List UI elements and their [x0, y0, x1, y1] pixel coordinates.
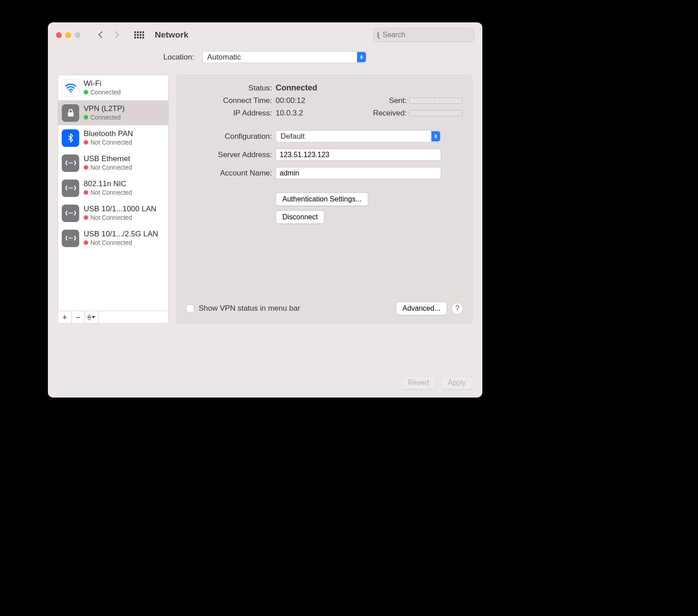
status-dot-icon	[84, 190, 88, 195]
received-meter	[409, 110, 462, 116]
revert-button[interactable]: Revert	[401, 376, 436, 389]
stepper-icon	[357, 52, 366, 62]
sidebar-item[interactable]: USB EthernetNot Connected	[58, 150, 168, 175]
interface-name: VPN (L2TP)	[84, 104, 125, 113]
show-all-button[interactable]	[132, 30, 146, 40]
ethernet-icon	[62, 180, 79, 197]
forward-button[interactable]	[111, 30, 121, 40]
svg-point-11	[68, 238, 70, 239]
interface-name: USB 10/1.../2.5G LAN	[84, 230, 158, 239]
sidebar-toolbar: + −	[58, 311, 168, 323]
ip-address-value: 10.0.3.2	[276, 109, 369, 118]
wifi-icon	[62, 79, 79, 97]
account-name-input[interactable]	[276, 167, 441, 179]
grid-icon	[134, 31, 144, 38]
chevron-down-icon	[92, 316, 95, 318]
location-value: Automatic	[207, 53, 241, 62]
configuration-label: Configuration:	[186, 132, 276, 141]
status-dot-icon	[84, 140, 88, 145]
network-preferences-window: Network Location: Automatic Wi-FiConnect…	[48, 22, 482, 398]
location-label: Location:	[163, 53, 198, 62]
interface-name: Bluetooth PAN	[84, 129, 133, 138]
zoom-window-button[interactable]	[75, 32, 81, 38]
ethernet-icon	[62, 205, 79, 222]
authentication-settings-button[interactable]: Authentication Settings...	[276, 192, 368, 206]
status-dot-icon	[84, 240, 88, 245]
advanced-button[interactable]: Advanced...	[396, 302, 447, 315]
sidebar-item[interactable]: USB 10/1...1000 LANNot Connected	[58, 201, 168, 226]
server-address-input[interactable]	[276, 149, 441, 161]
sidebar-item[interactable]: VPN (L2TP)Connected	[58, 100, 168, 125]
sidebar-item[interactable]: 802.11n NICNot Connected	[58, 175, 168, 201]
svg-point-10	[71, 213, 72, 214]
search-input[interactable]	[382, 30, 473, 39]
status-label: Status:	[186, 84, 276, 93]
status-dot-icon	[84, 115, 88, 120]
status-dot-icon	[84, 165, 88, 170]
svg-point-4	[71, 163, 72, 164]
interface-status: Not Connected	[84, 239, 158, 247]
help-button[interactable]: ?	[451, 303, 463, 314]
search-icon	[377, 32, 379, 38]
server-address-label: Server Address:	[186, 150, 276, 159]
interface-actions-menu[interactable]	[85, 311, 98, 323]
add-interface-button[interactable]: +	[58, 311, 72, 323]
sidebar-item[interactable]: USB 10/1.../2.5G LANNot Connected	[58, 226, 168, 251]
status-value: Connected	[276, 83, 369, 93]
svg-point-3	[70, 163, 71, 164]
search-field[interactable]	[373, 28, 474, 42]
interface-status: Connected	[84, 89, 121, 96]
svg-point-6	[70, 188, 71, 189]
back-button[interactable]	[97, 30, 107, 40]
svg-point-5	[68, 188, 70, 189]
location-row: Location: Automatic	[48, 47, 482, 65]
svg-point-0	[70, 91, 72, 93]
sent-meter	[409, 98, 462, 104]
sidebar-item[interactable]: Bluetooth PANNot Connected	[58, 125, 168, 150]
disconnect-button[interactable]: Disconnect	[276, 210, 324, 224]
interface-name: 802.11n NIC	[84, 180, 132, 188]
interface-status: Not Connected	[84, 189, 132, 197]
svg-point-2	[68, 163, 70, 164]
close-window-button[interactable]	[56, 32, 62, 38]
ethernet-icon	[62, 230, 79, 247]
status-dot-icon	[84, 215, 88, 220]
configuration-select[interactable]: Default	[276, 130, 441, 142]
ip-address-label: IP Address:	[186, 109, 276, 118]
svg-point-7	[71, 188, 72, 189]
location-select[interactable]: Automatic	[202, 51, 367, 63]
account-name-label: Account Name:	[186, 169, 276, 178]
svg-point-9	[70, 213, 71, 214]
window-title: Network	[155, 30, 188, 40]
interfaces-list: Wi-FiConnectedVPN (L2TP)ConnectedBluetoo…	[58, 75, 168, 311]
svg-point-12	[70, 238, 71, 239]
chevron-right-icon	[112, 31, 119, 38]
status-dot-icon	[84, 90, 88, 94]
remove-interface-button[interactable]: −	[72, 311, 85, 323]
interface-status: Not Connected	[84, 139, 133, 146]
svg-point-8	[68, 213, 70, 214]
svg-rect-1	[68, 112, 73, 116]
window-toolbar: Network	[48, 22, 482, 47]
interface-name: USB 10/1...1000 LAN	[84, 205, 157, 214]
traffic-lights	[56, 32, 81, 38]
interface-status: Not Connected	[84, 164, 132, 171]
svg-point-13	[71, 238, 72, 239]
stepper-icon	[431, 131, 440, 141]
show-vpn-menubar-checkbox[interactable]	[186, 304, 194, 312]
configuration-value: Default	[281, 132, 305, 141]
sidebar-item[interactable]: Wi-FiConnected	[58, 75, 168, 100]
ethernet-icon	[62, 154, 79, 172]
more-icon	[88, 315, 91, 320]
sent-label: Sent:	[369, 96, 409, 105]
interface-name: USB Ethernet	[84, 154, 132, 163]
nav-arrows	[97, 30, 121, 40]
received-label: Received:	[369, 109, 409, 118]
apply-button[interactable]: Apply	[441, 376, 472, 389]
interface-status: Not Connected	[84, 214, 157, 222]
chevron-left-icon	[98, 31, 106, 38]
interface-details-panel: Status: Connected Connect Time: 00:00:12…	[177, 75, 472, 324]
show-vpn-menubar-label: Show VPN status in menu bar	[199, 304, 300, 313]
window-footer: Revert Apply	[401, 376, 472, 389]
minimize-window-button[interactable]	[65, 32, 71, 38]
